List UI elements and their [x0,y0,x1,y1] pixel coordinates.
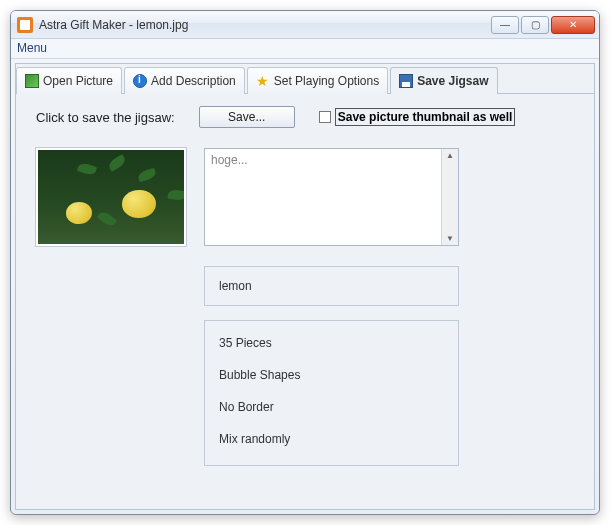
picture-icon [25,74,39,88]
save-instruction-label: Click to save the jigsaw: [36,110,175,125]
scroll-down-icon[interactable]: ▼ [446,234,454,243]
thumbnail-checkbox[interactable] [319,111,331,123]
scrollbar[interactable]: ▲ ▼ [441,149,458,245]
save-row: Click to save the jigsaw: Save... Save p… [36,106,574,128]
tab-label: Save Jigsaw [417,74,488,88]
app-window: Astra Gift Maker - lemon.jpg — ▢ ✕ Menu … [10,10,600,515]
menubar: Menu [11,39,599,59]
option-shapes: Bubble Shapes [219,359,444,391]
jigsaw-options-box: 35 Pieces Bubble Shapes No Border Mix ra… [204,320,459,466]
tab-add-description[interactable]: Add Description [124,67,245,94]
option-border: No Border [219,391,444,423]
description-textarea[interactable]: hoge... ▲ ▼ [204,148,459,246]
picture-thumbnail [36,148,186,246]
option-mix: Mix randomly [219,423,444,455]
thumbnail-checkbox-wrap: Save picture thumbnail as well [319,108,516,126]
titlebar[interactable]: Astra Gift Maker - lemon.jpg — ▢ ✕ [11,11,599,39]
maximize-button[interactable]: ▢ [521,16,549,34]
tab-strip: Open Picture Add Description Set Playing… [16,64,594,94]
close-button[interactable]: ✕ [551,16,595,34]
menu-item-menu[interactable]: Menu [17,41,47,55]
tab-label: Open Picture [43,74,113,88]
option-pieces: 35 Pieces [219,327,444,359]
description-placeholder: hoge... [205,149,441,245]
window-title: Astra Gift Maker - lemon.jpg [39,18,491,32]
tab-label: Set Playing Options [274,74,379,88]
tab-set-playing-options[interactable]: Set Playing Options [247,67,388,94]
tab-open-picture[interactable]: Open Picture [16,67,122,94]
thumbnail-checkbox-label[interactable]: Save picture thumbnail as well [335,108,516,126]
jigsaw-name: lemon [219,279,252,293]
tab-label: Add Description [151,74,236,88]
star-icon [256,74,270,88]
disk-icon [399,74,413,88]
scroll-up-icon[interactable]: ▲ [446,151,454,160]
content-area: Open Picture Add Description Set Playing… [15,63,595,510]
app-icon [17,17,33,33]
info-icon [133,74,147,88]
jigsaw-name-box: lemon [204,266,459,306]
save-jigsaw-pane: Click to save the jigsaw: Save... Save p… [16,94,594,509]
minimize-button[interactable]: — [491,16,519,34]
preview-row: hoge... ▲ ▼ [36,148,574,246]
tab-save-jigsaw[interactable]: Save Jigsaw [390,67,497,94]
save-button[interactable]: Save... [199,106,295,128]
window-controls: — ▢ ✕ [491,16,595,34]
